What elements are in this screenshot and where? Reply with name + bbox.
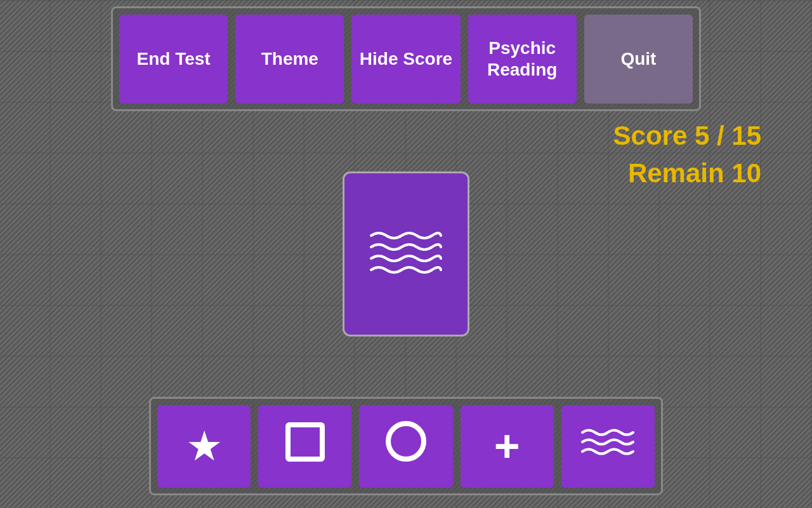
theme-button[interactable]: Theme	[235, 15, 344, 104]
square-icon	[283, 420, 327, 472]
answer-star-button[interactable]: ★	[157, 405, 251, 488]
answer-bar: ★ +	[149, 397, 663, 495]
plus-icon: +	[494, 421, 520, 472]
score-area: Score 5 / 15 Remain 10	[613, 117, 761, 192]
answer-waves-button[interactable]	[561, 405, 655, 488]
score-text: Score 5 / 15	[613, 117, 761, 155]
answer-circle-button[interactable]	[359, 405, 452, 488]
star-icon: ★	[186, 422, 223, 470]
toolbar: End Test Theme Hide Score Psychic Readin…	[111, 6, 701, 111]
circle-icon	[383, 418, 429, 474]
svg-rect-0	[288, 425, 322, 459]
center-card	[343, 171, 469, 337]
svg-point-1	[388, 424, 424, 459]
remain-text: Remain 10	[613, 155, 761, 192]
answer-plus-button[interactable]: +	[461, 405, 554, 488]
waves-card-icon	[365, 224, 447, 284]
psychic-reading-button[interactable]: Psychic Reading	[468, 15, 577, 104]
quit-button[interactable]: Quit	[584, 15, 693, 104]
hide-score-button[interactable]: Hide Score	[351, 15, 460, 104]
answer-square-button[interactable]	[258, 405, 351, 488]
waves-answer-icon	[579, 423, 636, 470]
end-test-button[interactable]: End Test	[119, 15, 228, 104]
